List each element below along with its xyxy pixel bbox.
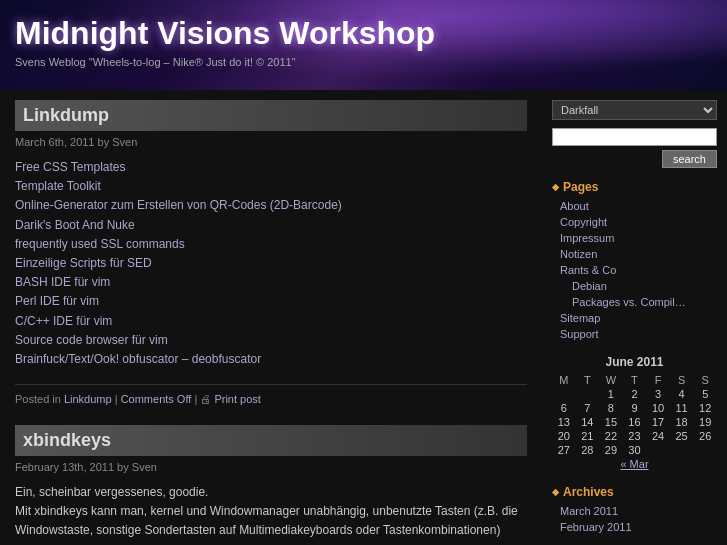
cal-cell: 3 bbox=[646, 387, 670, 401]
cal-cell: 23 bbox=[623, 429, 647, 443]
sidebar-pages-title: Pages bbox=[552, 180, 717, 194]
post-footer-linkdump: Posted in Linkdump | Comments Off | 🖨 Pr… bbox=[15, 384, 527, 405]
calendar: June 2011 M T W T F S S bbox=[552, 355, 717, 471]
cal-row-4: 20 21 22 23 24 25 26 bbox=[552, 429, 717, 443]
cal-prev-link[interactable]: « Mar bbox=[552, 457, 717, 471]
cal-cell: 4 bbox=[670, 387, 694, 401]
cal-cell: 14 bbox=[576, 415, 600, 429]
footer-category-link[interactable]: Linkdump bbox=[64, 393, 112, 405]
post-content-xbindkeys: Ein, scheinbar vergessenes, goodie. Mit … bbox=[15, 483, 527, 545]
site-title: Midnight Visions Workshop bbox=[0, 0, 727, 52]
list-item: Template Toolkit bbox=[15, 177, 527, 196]
cal-cell: 29 bbox=[599, 443, 623, 457]
sidebar-page-debian: Debian bbox=[560, 279, 717, 293]
theme-select[interactable]: Darkfall bbox=[552, 100, 717, 120]
search-input[interactable] bbox=[552, 128, 717, 146]
post-excerpt-xbindkeys: Ein, scheinbar vergessenes, goodie. Mit … bbox=[15, 483, 527, 545]
link-brainfuck[interactable]: Brainfuck/Text/Ook! obfuscator – deobfus… bbox=[15, 352, 261, 366]
search-button[interactable]: search bbox=[662, 150, 717, 168]
archive-link-february[interactable]: February 2011 bbox=[560, 521, 632, 533]
link-cpp-vim[interactable]: C/C++ IDE für vim bbox=[15, 314, 112, 328]
page-link-notizen[interactable]: Notizen bbox=[560, 248, 597, 260]
cal-row-3: 13 14 15 16 17 18 19 bbox=[552, 415, 717, 429]
cal-cell: 6 bbox=[552, 401, 576, 415]
sidebar-page-sitemap: Sitemap bbox=[560, 311, 717, 325]
main-layout: Linkdump March 6th, 2011 by Sven Free CS… bbox=[0, 90, 727, 545]
sidebar-pages-list: About Copyright Impressum Notizen Rants … bbox=[552, 199, 717, 341]
cal-cell: 30 bbox=[623, 443, 647, 457]
sidebar-archives-section: Archives March 2011 February 2011 bbox=[552, 485, 717, 534]
cal-cell bbox=[693, 443, 717, 457]
page-link-rants[interactable]: Rants & Co bbox=[560, 264, 616, 276]
footer-comments-link[interactable]: Comments Off bbox=[121, 393, 192, 405]
list-item: C/C++ IDE für vim bbox=[15, 312, 527, 331]
cal-header-s1: S bbox=[670, 373, 694, 387]
content-area: Linkdump March 6th, 2011 by Sven Free CS… bbox=[0, 90, 542, 545]
link-bash-vim[interactable]: BASH IDE für vim bbox=[15, 275, 110, 289]
cal-cell: 28 bbox=[576, 443, 600, 457]
cal-cell: 21 bbox=[576, 429, 600, 443]
list-item: Brainfuck/Text/Ook! obfuscator – deobfus… bbox=[15, 350, 527, 369]
page-link-copyright[interactable]: Copyright bbox=[560, 216, 607, 228]
archive-march: March 2011 bbox=[560, 504, 717, 518]
cal-cell: 27 bbox=[552, 443, 576, 457]
calendar-header-row: M T W T F S S bbox=[552, 373, 717, 387]
page-link-impressum[interactable]: Impressum bbox=[560, 232, 614, 244]
sidebar-calendar-section: June 2011 M T W T F S S bbox=[552, 355, 717, 471]
cal-header-w: W bbox=[599, 373, 623, 387]
cal-row-5: 27 28 29 30 bbox=[552, 443, 717, 457]
header: Midnight Visions Workshop Svens Weblog "… bbox=[0, 0, 727, 90]
sidebar-archives-list: March 2011 February 2011 bbox=[552, 504, 717, 534]
cal-cell: 18 bbox=[670, 415, 694, 429]
list-item: Einzeilige Scripts für SED bbox=[15, 254, 527, 273]
link-ssl[interactable]: frequently used SSL commands bbox=[15, 237, 185, 251]
sidebar-pages-section: Pages About Copyright Impressum Notizen … bbox=[552, 180, 717, 341]
page-link-support[interactable]: Support bbox=[560, 328, 599, 340]
sidebar-page-support: Support bbox=[560, 327, 717, 341]
cal-header-m: M bbox=[552, 373, 576, 387]
sidebar: Darkfall search Pages About Copyright Im… bbox=[542, 90, 727, 545]
sidebar-page-about: About bbox=[560, 199, 717, 213]
footer-posted-in: Posted in bbox=[15, 393, 61, 405]
cal-row-1: 1 2 3 4 5 bbox=[552, 387, 717, 401]
list-item: BASH IDE für vim bbox=[15, 273, 527, 292]
cal-cell: 13 bbox=[552, 415, 576, 429]
archive-february: February 2011 bbox=[560, 520, 717, 534]
cal-cell: 5 bbox=[693, 387, 717, 401]
cal-header-s2: S bbox=[693, 373, 717, 387]
cal-cell: 8 bbox=[599, 401, 623, 415]
cal-cell: 24 bbox=[646, 429, 670, 443]
cal-nav-row: « Mar bbox=[552, 457, 717, 471]
cal-cell bbox=[646, 443, 670, 457]
cal-cell: 7 bbox=[576, 401, 600, 415]
page-link-debian[interactable]: Debian bbox=[572, 280, 607, 292]
cal-cell: 19 bbox=[693, 415, 717, 429]
list-item: Source code browser für vim bbox=[15, 331, 527, 350]
link-source-browser[interactable]: Source code browser für vim bbox=[15, 333, 168, 347]
post-linkdump: Linkdump March 6th, 2011 by Sven Free CS… bbox=[15, 100, 527, 405]
link-perl-vim[interactable]: Perl IDE für vim bbox=[15, 294, 99, 308]
calendar-title: June 2011 bbox=[552, 355, 717, 369]
cal-cell bbox=[552, 387, 576, 401]
calendar-prev[interactable]: « Mar bbox=[620, 458, 648, 470]
archive-link-march[interactable]: March 2011 bbox=[560, 505, 618, 517]
print-icon: 🖨 bbox=[200, 393, 211, 405]
cal-cell: 12 bbox=[693, 401, 717, 415]
page-link-sitemap[interactable]: Sitemap bbox=[560, 312, 600, 324]
footer-print-link[interactable]: Print post bbox=[214, 393, 260, 405]
page-link-packages[interactable]: Packages vs. Compil… bbox=[572, 296, 686, 308]
post-xbindkeys: xbindkeys February 13th, 2011 by Sven Ei… bbox=[15, 425, 527, 545]
link-sed[interactable]: Einzeilige Scripts für SED bbox=[15, 256, 152, 270]
cal-cell: 1 bbox=[599, 387, 623, 401]
post-content-linkdump: Free CSS Templates Template Toolkit Onli… bbox=[15, 158, 527, 369]
page-link-about[interactable]: About bbox=[560, 200, 589, 212]
sidebar-archives-title: Archives bbox=[552, 485, 717, 499]
cal-cell: 11 bbox=[670, 401, 694, 415]
cal-cell bbox=[670, 443, 694, 457]
link-template-toolkit[interactable]: Template Toolkit bbox=[15, 179, 101, 193]
link-freecss[interactable]: Free CSS Templates bbox=[15, 160, 126, 174]
post-title-linkdump: Linkdump bbox=[15, 100, 527, 131]
link-darik[interactable]: Darik's Boot And Nuke bbox=[15, 218, 135, 232]
post-title-xbindkeys: xbindkeys bbox=[15, 425, 527, 456]
link-qr-codes[interactable]: Online-Generator zum Erstellen von QR-Co… bbox=[15, 198, 342, 212]
